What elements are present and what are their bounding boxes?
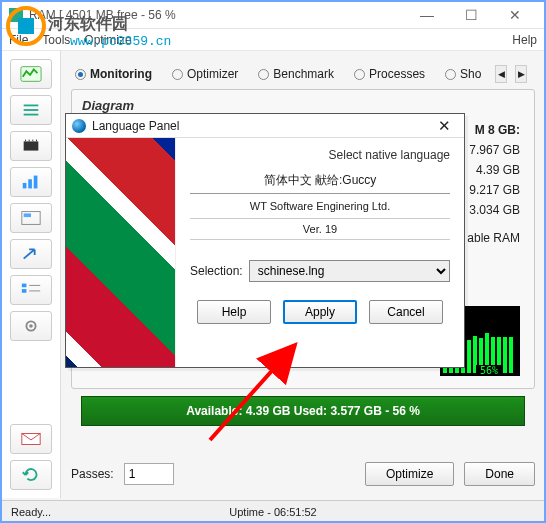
ram-able: able RAM (467, 228, 520, 248)
vendor-label: WT Software Enginering Ltd. (190, 200, 450, 212)
svg-rect-9 (22, 183, 26, 189)
usage-pct: 56% (476, 365, 502, 376)
svg-rect-13 (23, 213, 30, 217)
globe-icon (72, 119, 86, 133)
ram-row: 9.217 GB (467, 180, 520, 200)
tool-monitor-icon[interactable] (10, 59, 52, 89)
maximize-button[interactable]: ☐ (449, 2, 493, 28)
menu-optimize[interactable]: Optimize (84, 33, 131, 47)
tab-scroll-right[interactable]: ▶ (515, 65, 527, 83)
svg-rect-14 (21, 284, 26, 288)
dialog-close-button[interactable]: ✕ (430, 117, 458, 135)
passes-input[interactable] (124, 463, 174, 485)
bottom-controls: Passes: Optimize Done (71, 460, 535, 488)
tool-checklist-icon[interactable] (10, 275, 52, 305)
tool-mail-icon[interactable] (10, 424, 52, 454)
help-button[interactable]: Help (197, 300, 271, 324)
tab-benchmark[interactable]: Benchmark (252, 65, 340, 83)
tab-scroll-left[interactable]: ◀ (495, 65, 507, 83)
selection-label: Selection: (190, 264, 243, 278)
radio-icon (258, 69, 269, 80)
ram-row: 7.967 GB (467, 140, 520, 160)
cancel-button[interactable]: Cancel (369, 300, 443, 324)
flags-image (66, 138, 176, 367)
radio-icon (354, 69, 365, 80)
tool-chart-icon[interactable] (10, 167, 52, 197)
close-button[interactable]: ✕ (493, 2, 537, 28)
main-titlebar: RAM [ 4501 MB free - 56 % — ☐ ✕ (1, 1, 545, 29)
status-ready: Ready... (11, 506, 51, 518)
app-icon (9, 8, 23, 22)
statusbar: Ready... Uptime - 06:51:52 (1, 500, 545, 522)
language-credit: 简体中文 献给:Guccy (190, 172, 450, 194)
ram-header: M 8 GB: (467, 120, 520, 140)
menu-file[interactable]: File (9, 33, 28, 47)
tab-shortcut[interactable]: Sho (439, 65, 487, 83)
tab-monitoring[interactable]: Monitoring (69, 65, 158, 83)
ram-stats: M 8 GB: 7.967 GB 4.39 GB 9.217 GB 3.034 … (467, 120, 520, 248)
radio-icon (445, 69, 456, 80)
dialog-titlebar[interactable]: Language Panel ✕ (66, 114, 464, 138)
menu-help[interactable]: Help (512, 33, 537, 47)
language-select[interactable]: schinese.lng (249, 260, 450, 282)
ram-row: 3.034 GB (467, 200, 520, 220)
tool-chip-icon[interactable] (10, 131, 52, 161)
dialog-title: Language Panel (92, 119, 179, 133)
select-native-label: Select native language (190, 148, 450, 162)
apply-button[interactable]: Apply (283, 300, 357, 324)
radio-icon (75, 69, 86, 80)
version-label: Ver. 19 (190, 218, 450, 240)
passes-label: Passes: (71, 467, 114, 481)
tab-strip: Monitoring Optimizer Benchmark Processes… (61, 61, 545, 87)
left-toolbar (1, 51, 61, 498)
available-bar: Available: 4.39 GB Used: 3.577 GB - 56 % (81, 396, 525, 426)
tool-process-icon[interactable] (10, 203, 52, 233)
svg-rect-11 (33, 176, 37, 189)
tab-optimizer[interactable]: Optimizer (166, 65, 244, 83)
svg-point-19 (29, 324, 33, 328)
optimize-button[interactable]: Optimize (365, 462, 454, 486)
svg-rect-4 (23, 141, 38, 150)
window-title: RAM [ 4501 MB free - 56 % (29, 8, 405, 22)
tool-list-icon[interactable] (10, 95, 52, 125)
done-button[interactable]: Done (464, 462, 535, 486)
tab-processes[interactable]: Processes (348, 65, 431, 83)
tool-arrow-icon[interactable] (10, 239, 52, 269)
minimize-button[interactable]: — (405, 2, 449, 28)
svg-rect-15 (21, 289, 26, 293)
status-uptime: Uptime - 06:51:52 (229, 506, 316, 518)
ram-row: 4.39 GB (467, 160, 520, 180)
svg-rect-10 (28, 179, 32, 188)
tool-gear-icon[interactable] (10, 311, 52, 341)
language-panel-dialog: Language Panel ✕ Select native language … (65, 113, 465, 368)
radio-icon (172, 69, 183, 80)
tool-refresh-icon[interactable] (10, 460, 52, 490)
diagram-title: Diagram (82, 98, 524, 113)
menubar: File Tools Optimize Help (1, 29, 545, 51)
menu-tools[interactable]: Tools (42, 33, 70, 47)
